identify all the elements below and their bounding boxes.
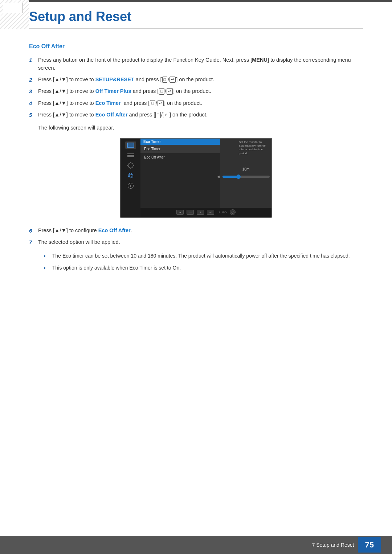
square-icon-4: □: [155, 112, 161, 118]
info-menu-icon: i: [125, 182, 136, 189]
lines-menu-icon: [125, 152, 136, 159]
svg-point-5: [129, 174, 132, 177]
picture-icon: [127, 143, 134, 148]
section-heading: Eco Off After: [29, 43, 363, 50]
slider-track: [222, 176, 270, 178]
step-7: 7 The selected option will be applied.: [29, 238, 363, 247]
square-icon-2: □: [159, 88, 164, 94]
step-text-3: Press [▲/▼] to move to Off Timer Plus an…: [38, 87, 363, 95]
page-title: Setup and Reset: [29, 9, 363, 29]
step-text-1: Press any button on the front of the pro…: [38, 56, 363, 72]
info-icon: i: [128, 183, 134, 189]
top-border-line: [29, 0, 392, 2]
bottom-btn-plus: +: [197, 210, 204, 215]
menu-content-panel: Eco Timer Eco Timer Eco Off After: [140, 139, 220, 208]
line-3: [127, 156, 134, 157]
line-2: [127, 155, 134, 156]
square-icon-3: □: [150, 100, 155, 106]
screen-illustration: i Eco Timer Eco Timer Eco Off After 10m …: [29, 138, 363, 218]
enter-icon-2: ↵: [167, 88, 173, 94]
step-text-4: Press [▲/▼] to move to Eco Timer and pre…: [38, 99, 363, 107]
corner-white-box: [3, 3, 23, 13]
enter-icon-4: ↵: [163, 112, 169, 118]
bottom-btn-minus: —: [187, 210, 194, 215]
slider-left-arrow: ◄: [216, 174, 221, 179]
notes-list: • The Eco timer can be set between 10 an…: [44, 252, 363, 272]
note-1: • The Eco timer can be set between 10 an…: [44, 252, 363, 260]
step-number-7: 7: [29, 238, 38, 247]
enter-icon-3: ↵: [158, 100, 164, 106]
step-number-4: 4: [29, 99, 38, 108]
slider-area: 10m ◄ ► Set the monitor to automatically…: [220, 139, 271, 208]
screen-caption: The following screen will appear.: [38, 125, 363, 131]
step-number-2: 2: [29, 76, 38, 84]
eco-timer-note-label: Eco timer: [62, 253, 84, 259]
step-number-3: 3: [29, 87, 38, 96]
footer-chapter-text: 7 Setup and Reset: [312, 542, 354, 548]
menu-key: MENU: [252, 57, 268, 63]
step-3: 3 Press [▲/▼] to move to Off Timer Plus …: [29, 87, 363, 96]
main-content: Setup and Reset Eco Off After 1 Press an…: [0, 0, 392, 305]
menu-icon-panel: i: [121, 139, 140, 217]
setup-reset-label: SETUP&RESET: [95, 77, 134, 82]
menu-item-eco-off-after: Eco Off After: [140, 153, 220, 161]
on-label: On: [173, 265, 180, 271]
step-5: 5 Press [▲/▼] to move to Eco Off After a…: [29, 111, 363, 119]
slider-value-label: 10m: [242, 167, 249, 171]
bottom-btn-left: ◄: [176, 210, 184, 215]
step-text-7: The selected option will be applied.: [38, 238, 363, 246]
monitor-bottom-bar: ◄ — + ↵ AUTO ⏻: [140, 208, 271, 217]
step-6: 6 Press [▲/▼] to configure Eco Off After…: [29, 227, 363, 235]
menu-title: Eco Timer: [140, 139, 220, 145]
bottom-btn-power: ⏻: [230, 209, 236, 215]
eco-timer-label: Eco Timer: [95, 100, 121, 106]
off-timer-plus-label: Off Timer Plus: [95, 88, 131, 94]
step-text-6: Press [▲/▼] to configure Eco Off After.: [38, 227, 363, 235]
menu-item-eco-timer: Eco Timer: [140, 145, 220, 153]
note-text-2: This option is only available when Eco T…: [52, 264, 181, 272]
description-panel: Set the monitor to automatically turn of…: [239, 140, 270, 156]
step-number-5: 5: [29, 111, 38, 119]
note-text-1: The Eco timer can be set between 10 and …: [52, 252, 350, 260]
slider-row: ◄ ►: [216, 174, 272, 179]
eco-off-after-label-step6: Eco Off After: [98, 227, 131, 233]
svg-point-0: [128, 163, 133, 168]
step-number-6: 6: [29, 227, 38, 235]
step-text-5: Press [▲/▼] to move to Eco Off After and…: [38, 111, 363, 119]
page-footer: 7 Setup and Reset 75: [0, 536, 392, 554]
picture-menu-icon: [125, 141, 136, 149]
steps-list: 1 Press any button on the front of the p…: [29, 56, 363, 119]
gear-icon: [127, 172, 134, 179]
bullet-1: •: [44, 252, 50, 260]
enter-icon: ↵: [170, 77, 176, 83]
eco-off-after-label-step5: Eco Off After: [95, 112, 128, 118]
bullet-2: •: [44, 264, 50, 272]
step-2: 2 Press [▲/▼] to move to SETUP&RESET and…: [29, 76, 363, 84]
slider-thumb: [236, 175, 241, 179]
lines-icon: [127, 153, 134, 157]
bottom-btn-enter: ↵: [207, 210, 214, 215]
adjust-icon: [127, 162, 134, 169]
note-2: • This option is only available when Eco…: [44, 264, 363, 272]
slider-right-arrow: ►: [271, 174, 273, 179]
auto-label: AUTO: [219, 211, 226, 214]
line-1: [127, 153, 134, 154]
steps-after-list: 6 Press [▲/▼] to configure Eco Off After…: [29, 227, 363, 247]
step-text-2: Press [▲/▼] to move to SETUP&RESET and p…: [38, 76, 363, 84]
eco-timer-note2-label: Eco Timer: [129, 265, 152, 271]
slider-fill: [222, 176, 237, 178]
step-4: 4 Press [▲/▼] to move to Eco Timer and p…: [29, 99, 363, 108]
square-icon: □: [162, 77, 168, 83]
adjust-menu-icon: [125, 162, 136, 169]
step-1: 1 Press any button on the front of the p…: [29, 56, 363, 72]
step-number-1: 1: [29, 56, 38, 65]
gear-menu-icon: [125, 172, 136, 179]
page-number: 75: [358, 537, 381, 553]
monitor-screen: i Eco Timer Eco Timer Eco Off After 10m …: [120, 138, 272, 218]
